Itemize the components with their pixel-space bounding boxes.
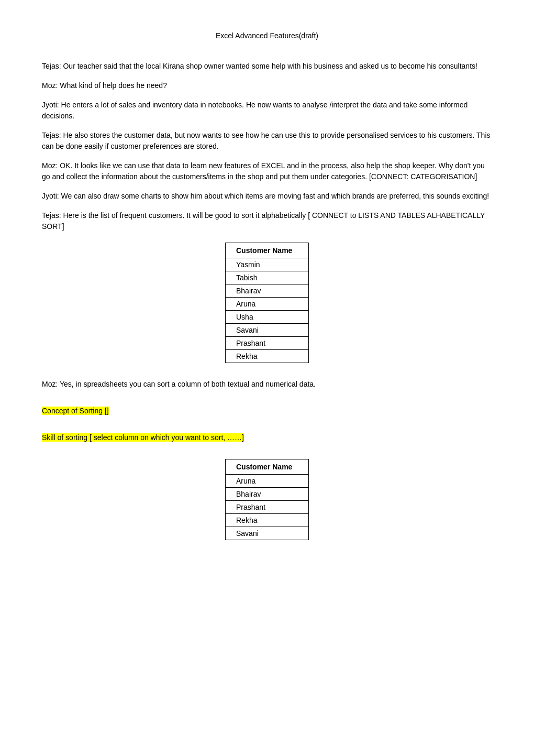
paragraph-3: Jyoti: He enters a lot of sales and inve…	[42, 100, 492, 122]
paragraph-1: Tejas: Our teacher said that the local K…	[42, 61, 492, 72]
table-row: Savani	[226, 324, 309, 337]
table2-header: Customer Name	[226, 459, 309, 475]
table2-container: Customer Name ArunaBhairavPrashantRekhaS…	[42, 459, 492, 540]
concept-sorting-text: Concept of Sorting []	[42, 407, 109, 415]
table-row: Yasmin	[226, 258, 309, 271]
paragraph-2: Moz: What kind of help does he need?	[42, 80, 492, 91]
table-row: Tabish	[226, 271, 309, 284]
table-row: Savani	[226, 527, 309, 540]
table-row: Prashant	[226, 337, 309, 350]
paragraph-6: Jyoti: We can also draw some charts to s…	[42, 191, 492, 202]
moz-paragraph: Moz: Yes, in spreadsheets you can sort a…	[42, 379, 492, 390]
table1: Customer Name YasminTabishBhairavArunaUs…	[225, 243, 309, 363]
table-row: Usha	[226, 311, 309, 324]
table-row: Prashant	[226, 501, 309, 514]
paragraph-5: Moz: OK. It looks like we can use that d…	[42, 160, 492, 182]
table-row: Bhairav	[226, 488, 309, 501]
paragraph-4: Tejas: He also stores the customer data,…	[42, 130, 492, 152]
table-row: Aruna	[226, 475, 309, 488]
table-row: Rekha	[226, 514, 309, 527]
concept-sorting: Concept of Sorting []	[42, 406, 492, 417]
table-row: Aruna	[226, 298, 309, 311]
page-title: Excel Advanced Features(draft)	[42, 31, 492, 40]
table1-container: Customer Name YasminTabishBhairavArunaUs…	[42, 243, 492, 363]
table-row: Bhairav	[226, 284, 309, 298]
paragraph-7: Tejas: Here is the list of frequent cust…	[42, 210, 492, 232]
table2: Customer Name ArunaBhairavPrashantRekhaS…	[225, 459, 309, 540]
skill-sorting: Skill of sorting [ select column on whic…	[42, 432, 492, 443]
table1-header: Customer Name	[226, 243, 309, 258]
table-row: Rekha	[226, 350, 309, 363]
skill-sorting-text: Skill of sorting [ select column on whic…	[42, 433, 244, 442]
